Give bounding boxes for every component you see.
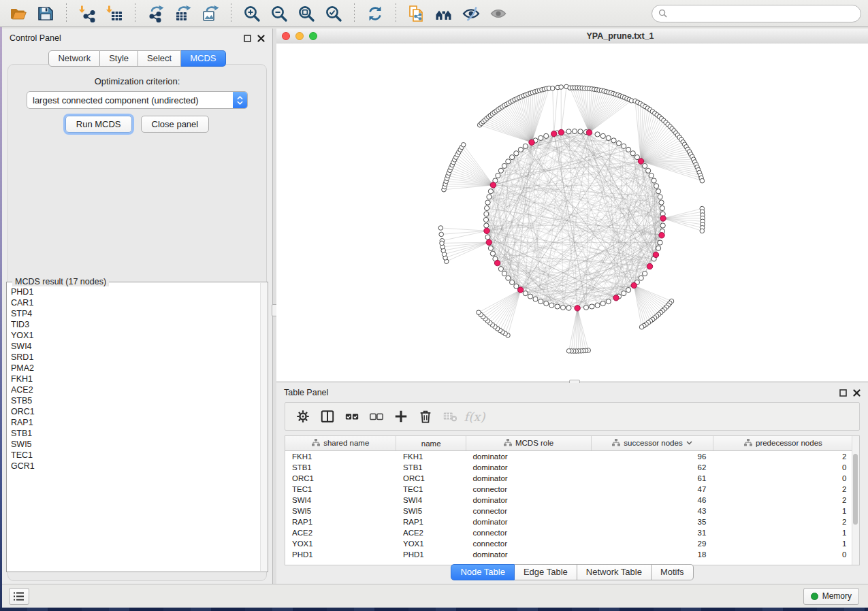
run-mcds-button[interactable]: Run MCDS — [65, 116, 132, 133]
mcds-result-item[interactable]: STB1 — [11, 428, 259, 439]
table-cell[interactable]: dominator — [466, 462, 591, 473]
table-row[interactable]: ORC1ORC1dominator610 — [285, 473, 854, 484]
table-cell[interactable]: 2 — [713, 451, 853, 463]
network-node[interactable] — [555, 304, 560, 309]
zoom-out-button[interactable] — [268, 3, 291, 24]
network-hub-node[interactable] — [529, 139, 534, 145]
open-session-button[interactable] — [7, 3, 30, 24]
memory-button[interactable]: Memory — [803, 588, 859, 605]
network-hub-node[interactable] — [638, 159, 643, 164]
show-all-button[interactable] — [487, 3, 510, 24]
table-cell[interactable]: 96 — [592, 451, 713, 463]
deselect-all-button[interactable] — [366, 406, 387, 427]
mcds-result-item[interactable]: RAP1 — [11, 417, 259, 428]
result-scrollbar[interactable] — [260, 283, 267, 571]
zoom-selected-button[interactable] — [322, 3, 345, 24]
tab-network[interactable]: Network — [48, 50, 100, 67]
network-node[interactable] — [477, 310, 481, 315]
table-cell[interactable]: 47 — [592, 484, 713, 495]
network-node[interactable] — [502, 271, 507, 276]
close-window-icon[interactable] — [282, 32, 290, 40]
task-history-button[interactable] — [9, 588, 29, 605]
table-cell[interactable]: 18 — [592, 549, 713, 560]
network-node[interactable] — [660, 223, 665, 228]
network-node[interactable] — [578, 129, 583, 134]
table-cell[interactable]: ACE2 — [396, 527, 466, 538]
network-node[interactable] — [590, 304, 594, 309]
network-node[interactable] — [510, 280, 515, 284]
network-node[interactable] — [656, 189, 661, 194]
table-cell[interactable]: 35 — [592, 516, 713, 527]
network-node[interactable] — [549, 303, 554, 308]
network-node[interactable] — [506, 159, 511, 164]
table-cell[interactable]: FKH1 — [285, 451, 396, 463]
zoom-window-icon[interactable] — [309, 32, 317, 40]
mcds-result-item[interactable]: ORC1 — [11, 406, 259, 417]
network-node[interactable] — [523, 144, 528, 148]
network-node[interactable] — [639, 276, 643, 280]
network-hub-node[interactable] — [659, 233, 664, 238]
network-node[interactable] — [583, 305, 588, 310]
network-hub-node[interactable] — [484, 228, 489, 233]
column-header-MCDS-role[interactable]: MCDS role — [466, 436, 591, 451]
table-cell[interactable]: connector — [466, 527, 591, 538]
network-hub-node[interactable] — [647, 263, 652, 269]
column-header-predecessor-nodes[interactable]: predecessor nodes — [713, 436, 853, 451]
network-hub-node[interactable] — [494, 260, 500, 265]
network-node[interactable] — [544, 301, 549, 306]
refresh-button[interactable] — [364, 3, 387, 24]
network-node[interactable] — [566, 349, 571, 354]
network-hub-node[interactable] — [653, 252, 658, 257]
table-cell[interactable]: RAP1 — [285, 516, 396, 527]
network-node[interactable] — [656, 246, 661, 250]
network-node[interactable] — [659, 200, 664, 205]
table-cell[interactable]: 2 — [713, 516, 853, 527]
table-cell[interactable]: 29 — [592, 538, 713, 549]
tab-style[interactable]: Style — [100, 50, 138, 67]
network-node[interactable] — [533, 297, 538, 301]
search-field[interactable] — [652, 5, 861, 22]
search-input[interactable] — [671, 8, 854, 19]
network-node[interactable] — [566, 306, 571, 310]
table-cell[interactable]: 1 — [713, 527, 853, 538]
mcds-result-list[interactable]: PHD1CAR1STP4TID3YOX1SWI4SRD1PMA2FKH1ACE2… — [11, 286, 259, 570]
mcds-result-item[interactable]: SWI5 — [11, 439, 259, 450]
network-node[interactable] — [646, 168, 651, 173]
network-node[interactable] — [639, 325, 644, 329]
network-node[interactable] — [606, 135, 611, 140]
network-node[interactable] — [654, 184, 659, 188]
network-node[interactable] — [498, 168, 503, 173]
float-panel-icon[interactable] — [839, 389, 847, 397]
table-cell[interactable]: dominator — [466, 473, 591, 484]
table-cell[interactable]: 0 — [713, 473, 853, 484]
mcds-result-item[interactable]: STB5 — [11, 395, 259, 406]
table-cell[interactable]: dominator — [466, 549, 591, 560]
import-table-button[interactable] — [103, 3, 126, 24]
mcds-result-item[interactable]: CAR1 — [11, 297, 259, 308]
network-node[interactable] — [550, 86, 555, 90]
network-node[interactable] — [652, 178, 656, 183]
network-node[interactable] — [622, 291, 626, 296]
network-node[interactable] — [616, 141, 621, 146]
table-row[interactable]: SWI5SWI5connector431 — [285, 506, 854, 516]
network-node[interactable] — [518, 147, 523, 152]
close-panel-icon[interactable] — [853, 389, 861, 397]
network-node[interactable] — [544, 133, 549, 138]
network-node[interactable] — [606, 299, 611, 304]
tab-mcds[interactable]: MCDS — [181, 50, 225, 67]
network-node[interactable] — [700, 178, 705, 183]
network-node[interactable] — [488, 189, 493, 194]
export-table-button[interactable] — [172, 3, 195, 24]
split-view-button[interactable] — [317, 406, 338, 427]
table-cell[interactable]: FKH1 — [396, 451, 466, 463]
table-row[interactable]: FKH1FKH1dominator962 — [285, 451, 854, 463]
table-row[interactable]: PHD1PHD1dominator180 — [285, 549, 854, 560]
table-cell[interactable]: ACE2 — [285, 527, 396, 538]
zoom-in-button[interactable] — [240, 3, 263, 24]
network-node[interactable] — [485, 200, 490, 205]
network-node[interactable] — [630, 151, 635, 156]
network-node[interactable] — [539, 299, 543, 304]
table-cell[interactable]: 61 — [592, 473, 713, 484]
network-node[interactable] — [658, 240, 662, 245]
column-header-name[interactable]: name — [396, 436, 466, 451]
